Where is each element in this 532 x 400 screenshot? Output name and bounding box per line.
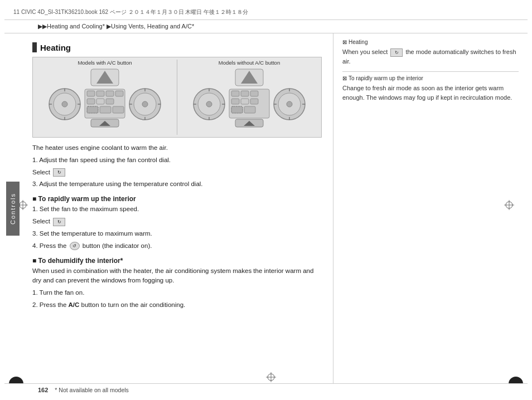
note1-header: ⊠ Heating xyxy=(342,39,519,45)
svg-rect-58 xyxy=(244,106,255,113)
diagram-box: Models with A/C button xyxy=(32,57,322,138)
step2-label: Select xyxy=(32,169,50,175)
sub2-intro: When used in combination with the heater… xyxy=(32,266,322,286)
recirc-icon: ↺ xyxy=(70,242,80,250)
sub1-step1: 1. Set the fan to the maximum speed. xyxy=(32,204,322,214)
sub2-heading: ■ To dehumidify the interior* xyxy=(32,257,322,265)
heading-bar xyxy=(32,42,37,52)
svg-rect-28 xyxy=(106,99,114,104)
sidebar-label: Controls xyxy=(6,182,20,236)
svg-rect-57 xyxy=(231,106,243,113)
note2-header: ⊠ To rapidly warm up the interior xyxy=(342,75,519,81)
svg-rect-22 xyxy=(87,91,95,96)
sidebar-tab: Controls xyxy=(4,33,21,383)
section-title: Heating xyxy=(40,43,71,52)
top-header: 11 CIVIC 4D_SI-31TK36210.book 162 ページ ２０… xyxy=(4,4,528,20)
svg-rect-26 xyxy=(87,99,95,104)
control-panel-right xyxy=(188,68,311,128)
svg-rect-25 xyxy=(115,91,123,96)
breadcrumb: ▶▶Heating and Cooling* ▶Using Vents, Hea… xyxy=(4,20,528,33)
note2-text: Change to fresh air mode as soon as the … xyxy=(342,84,519,102)
svg-rect-55 xyxy=(241,99,249,104)
note1-text: When you select ↻ the mode automatically… xyxy=(342,47,519,66)
svg-rect-53 xyxy=(250,91,258,96)
note-divider xyxy=(342,71,519,72)
sub1-step4: 4. Press the ↺ button (the indicator on)… xyxy=(32,241,322,251)
main-content: Heating Models with A/C button xyxy=(21,33,528,383)
step-3: 3. Adjust the temperature using the temp… xyxy=(32,179,322,189)
select-icon-1: ↻ xyxy=(53,168,65,177)
section-heading: Heating xyxy=(32,42,322,52)
header-filepath: 11 CIVIC 4D_SI-31TK36210.book 162 ページ ２０… xyxy=(13,8,248,16)
diagram-right: Models without A/C button xyxy=(177,57,321,137)
intro-text: The heater uses engine coolant to warm t… xyxy=(32,143,322,153)
note1-select-icon: ↻ xyxy=(390,48,403,57)
svg-rect-23 xyxy=(96,91,104,96)
page-number: 162 xyxy=(38,387,48,393)
sub1-step2-label: Select xyxy=(32,218,50,225)
svg-rect-29 xyxy=(87,106,98,113)
footer: 162 * Not available on all models xyxy=(4,383,528,396)
step-1: 1. Adjust the fan speed using the fan co… xyxy=(32,155,322,165)
right-column: ⊠ Heating When you select ↻ the mode aut… xyxy=(333,33,528,383)
footer-footnote: * Not available on all models xyxy=(55,387,129,393)
diagram-left: Models with A/C button xyxy=(33,57,177,137)
sub2-step1: 1. Turn the fan on. xyxy=(32,288,322,298)
control-panel-left xyxy=(43,68,166,128)
svg-point-34 xyxy=(142,101,148,107)
diagram-left-label: Models with A/C button xyxy=(78,60,132,66)
sub1-step2: Select ↻ xyxy=(32,217,322,227)
svg-rect-24 xyxy=(106,91,114,96)
sub-section-2: ■ To dehumidify the interior* When used … xyxy=(32,257,322,310)
diagram-right-label: Models without A/C button xyxy=(219,60,280,66)
note2-header-text: To rapidly warm up the interior xyxy=(349,75,423,81)
step-2: Select ↻ xyxy=(32,168,322,178)
svg-point-45 xyxy=(206,101,212,107)
svg-rect-27 xyxy=(96,99,104,104)
sub-section-1: ■ To rapidly warm up the interior 1. Set… xyxy=(32,195,322,251)
note1-icon: ⊠ xyxy=(342,39,347,45)
sub2-step2: 2. Press the A/C button to turn on the a… xyxy=(32,300,322,310)
svg-rect-54 xyxy=(231,99,239,104)
svg-rect-51 xyxy=(231,91,239,96)
svg-point-61 xyxy=(287,101,292,107)
note2-icon: ⊠ xyxy=(342,75,347,81)
svg-rect-30 xyxy=(100,106,111,113)
left-column: Heating Models with A/C button xyxy=(21,33,333,383)
svg-rect-56 xyxy=(250,99,258,104)
select-icon-2: ↻ xyxy=(53,218,65,226)
sub1-step3: 3. Set the temperature to maximum warm. xyxy=(32,229,322,239)
breadcrumb-text: ▶▶Heating and Cooling* ▶Using Vents, Hea… xyxy=(38,23,194,30)
svg-point-16 xyxy=(62,101,67,107)
svg-rect-31 xyxy=(113,106,124,113)
note1-header-text: Heating xyxy=(349,39,367,45)
sub1-heading: ■ To rapidly warm up the interior xyxy=(32,195,322,203)
svg-rect-52 xyxy=(241,91,249,96)
